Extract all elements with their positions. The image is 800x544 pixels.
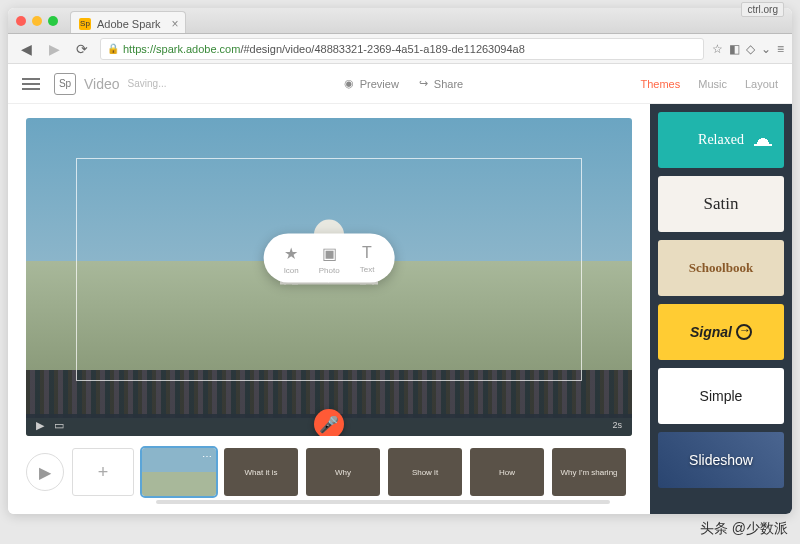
forward-button[interactable]: ▶ — [44, 41, 64, 57]
caption-icon[interactable]: ▭ — [54, 419, 64, 432]
favicon: Sp — [79, 18, 91, 30]
browser-window: Sp Adobe Spark × ◀ ▶ ⟳ 🔒 https://spark.a… — [8, 8, 792, 514]
share-button[interactable]: ↪ Share — [419, 77, 463, 90]
text-icon: T — [362, 243, 372, 261]
ext-icon-1[interactable]: ◧ — [729, 42, 740, 56]
lock-icon: 🔒 — [107, 43, 119, 54]
menu-icon[interactable]: ≡ — [777, 42, 784, 56]
theme-satin[interactable]: Satin — [658, 176, 784, 232]
tab-title: Adobe Spark — [97, 18, 161, 30]
photo-icon: ▣ — [322, 243, 337, 262]
preview-button[interactable]: ◉ Preview — [344, 77, 399, 90]
app-body: ★ Icon ▣ Photo T Text ▶ — [8, 104, 792, 514]
add-photo-label: Photo — [319, 265, 340, 274]
theme-simple[interactable]: Simple — [658, 368, 784, 424]
slide-5[interactable]: How — [470, 448, 544, 496]
theme-slideshow[interactable]: Slideshow — [658, 432, 784, 488]
add-icon-button[interactable]: ★ Icon — [284, 243, 299, 274]
record-button[interactable]: 🎤 — [314, 409, 344, 436]
theme-panel[interactable]: Relaxed Satin Schoolbook Signal Simple S… — [650, 104, 792, 514]
close-tab-icon[interactable]: × — [172, 17, 179, 31]
chrome-titlebar: Sp Adobe Spark × — [8, 8, 792, 34]
reload-button[interactable]: ⟳ — [72, 41, 92, 57]
tab-themes[interactable]: Themes — [640, 78, 680, 90]
mic-icon: 🎤 — [319, 415, 339, 434]
theme-schoolbook[interactable]: Schoolbook — [658, 240, 784, 296]
video-canvas[interactable]: ★ Icon ▣ Photo T Text ▶ — [26, 118, 632, 436]
extension-icons: ☆ ◧ ◇ ⌄ ≡ — [712, 42, 784, 56]
spark-logo: Sp — [54, 73, 76, 95]
add-text-label: Text — [360, 264, 375, 273]
add-photo-button[interactable]: ▣ Photo — [319, 243, 340, 274]
star-icon: ★ — [284, 243, 298, 262]
tab-layout[interactable]: Layout — [745, 78, 778, 90]
url-path: /#design/video/48883321-2369-4a51-a189-d… — [240, 43, 524, 55]
theme-signal[interactable]: Signal — [658, 304, 784, 360]
arrow-circle-icon — [736, 324, 752, 340]
timeline-scrollbar[interactable] — [156, 500, 610, 504]
app: Sp Video Saving... ◉ Preview ↪ Share The… — [8, 64, 792, 514]
add-text-button[interactable]: T Text — [360, 243, 375, 274]
slide-2[interactable]: What it is — [224, 448, 298, 496]
star-icon[interactable]: ☆ — [712, 42, 723, 56]
main-area: ★ Icon ▣ Photo T Text ▶ — [8, 104, 650, 514]
theme-relaxed[interactable]: Relaxed — [658, 112, 784, 168]
play-all-button[interactable]: ▶ — [26, 453, 64, 491]
timeline: ▶ + ⋯ What it is Why Show it How Why I'm… — [26, 436, 632, 508]
url-bar[interactable]: 🔒 https://spark.adobe.com/#design/video/… — [100, 38, 704, 60]
close-window-button[interactable] — [16, 16, 26, 26]
browser-tab[interactable]: Sp Adobe Spark × — [70, 11, 186, 33]
pocket-icon[interactable]: ⌄ — [761, 42, 771, 56]
back-button[interactable]: ◀ — [16, 41, 36, 57]
preview-label: Preview — [360, 78, 399, 90]
app-title: Video — [84, 76, 120, 92]
eye-icon: ◉ — [344, 77, 354, 90]
slide-options-icon[interactable]: ⋯ — [202, 451, 212, 462]
app-header: Sp Video Saving... ◉ Preview ↪ Share The… — [8, 64, 792, 104]
share-label: Share — [434, 78, 463, 90]
slide-6[interactable]: Why I'm sharing — [552, 448, 626, 496]
watermark: 头条 @少数派 — [700, 520, 788, 538]
theme-signal-label: Signal — [690, 324, 732, 340]
save-status: Saving... — [128, 78, 167, 89]
duration-label: 2s — [612, 420, 622, 430]
chrome-toolbar: ◀ ▶ ⟳ 🔒 https://spark.adobe.com/#design/… — [8, 34, 792, 64]
play-icon[interactable]: ▶ — [36, 419, 44, 432]
add-content-popup: ★ Icon ▣ Photo T Text — [264, 233, 395, 282]
add-slide-button[interactable]: + — [72, 448, 134, 496]
tab-music[interactable]: Music — [698, 78, 727, 90]
minimize-window-button[interactable] — [32, 16, 42, 26]
add-icon-label: Icon — [284, 265, 299, 274]
slide-3[interactable]: Why — [306, 448, 380, 496]
share-icon: ↪ — [419, 77, 428, 90]
window-controls — [16, 16, 58, 26]
ext-icon-2[interactable]: ◇ — [746, 42, 755, 56]
url-host: https://spark.adobe.com — [123, 43, 240, 55]
keyboard-hint: ctrl.org — [741, 2, 784, 17]
hamburger-icon[interactable] — [22, 78, 40, 90]
slide-1[interactable]: ⋯ — [142, 448, 216, 496]
maximize-window-button[interactable] — [48, 16, 58, 26]
slide-4[interactable]: Show it — [388, 448, 462, 496]
